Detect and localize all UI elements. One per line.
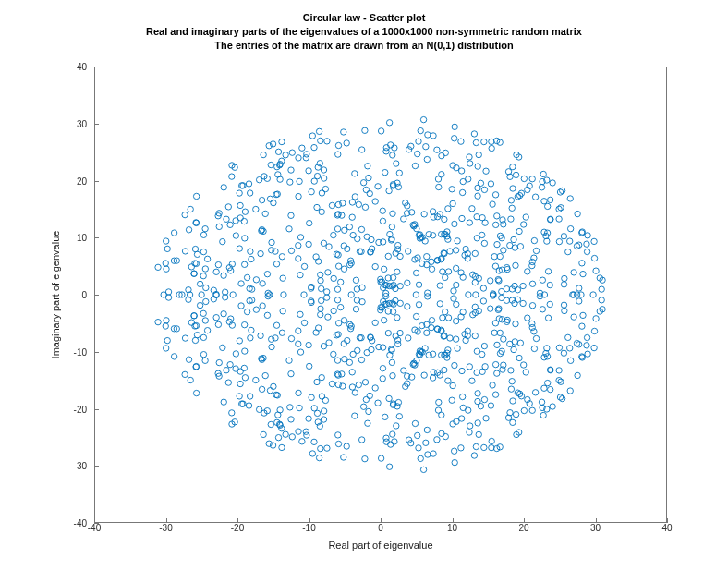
x-tick-label: 0 xyxy=(378,523,383,533)
data-point xyxy=(529,176,535,182)
data-point xyxy=(202,266,208,272)
data-point xyxy=(215,321,221,327)
data-point xyxy=(508,368,514,373)
data-point xyxy=(325,314,331,320)
data-point xyxy=(520,283,526,288)
data-point xyxy=(301,263,307,269)
data-point xyxy=(405,280,410,285)
data-point xyxy=(443,433,448,439)
data-point xyxy=(489,444,494,450)
y-tick-label: 40 xyxy=(77,62,87,72)
data-point xyxy=(531,237,537,243)
data-point xyxy=(309,133,315,139)
data-point xyxy=(469,206,475,212)
data-point xyxy=(473,443,479,449)
data-point xyxy=(481,187,487,192)
data-point xyxy=(269,344,274,349)
chart-subtitle-2: The entries of the matrix are drawn from… xyxy=(0,39,728,53)
data-point xyxy=(473,292,479,297)
data-point xyxy=(443,309,448,314)
data-point xyxy=(188,206,193,212)
data-point xyxy=(590,292,596,297)
x-tick-label: -40 xyxy=(88,523,101,533)
data-point xyxy=(249,327,254,333)
data-point xyxy=(311,439,317,444)
data-point xyxy=(269,248,274,253)
data-point xyxy=(350,232,356,237)
data-point xyxy=(306,168,311,174)
data-point xyxy=(364,349,370,355)
data-point xyxy=(216,359,222,365)
data-point xyxy=(331,351,336,357)
data-point xyxy=(200,249,206,254)
data-point xyxy=(397,330,403,335)
data-point xyxy=(309,394,314,400)
data-point xyxy=(248,249,253,254)
data-point xyxy=(558,205,564,211)
data-point xyxy=(203,285,209,290)
data-point xyxy=(567,358,573,363)
data-point xyxy=(193,193,199,199)
data-point xyxy=(326,340,332,346)
data-point xyxy=(396,414,402,419)
data-point xyxy=(280,275,285,281)
data-point xyxy=(513,411,518,417)
data-point xyxy=(221,273,226,278)
data-point xyxy=(227,222,233,227)
data-point xyxy=(297,178,302,184)
data-point xyxy=(297,349,303,355)
data-point xyxy=(445,315,451,321)
data-point xyxy=(237,202,243,208)
data-point xyxy=(238,303,244,309)
data-point xyxy=(548,197,553,202)
data-point xyxy=(394,269,400,274)
data-point xyxy=(521,222,527,227)
data-point xyxy=(360,404,366,409)
data-point xyxy=(311,178,317,184)
data-point xyxy=(529,281,535,286)
data-point xyxy=(363,396,369,402)
data-point xyxy=(562,308,567,313)
data-point xyxy=(200,334,206,340)
data-point xyxy=(492,222,498,227)
data-point xyxy=(540,412,546,418)
data-point xyxy=(571,314,576,320)
data-point xyxy=(321,417,326,422)
data-point xyxy=(363,187,369,192)
x-tick-mark xyxy=(524,518,525,523)
x-tick-label: -20 xyxy=(231,523,244,533)
data-point xyxy=(335,263,341,269)
data-point xyxy=(246,181,251,187)
data-point xyxy=(319,209,324,214)
data-point xyxy=(358,226,364,232)
data-point xyxy=(318,285,323,291)
data-point xyxy=(510,164,516,169)
chart-title: Circular law - Scatter plot xyxy=(0,11,728,25)
data-point xyxy=(331,232,336,237)
data-point xyxy=(545,269,551,274)
data-point xyxy=(424,156,430,162)
data-point xyxy=(423,440,429,445)
data-point xyxy=(449,397,455,403)
data-point xyxy=(540,171,546,176)
data-point xyxy=(258,333,263,338)
data-point xyxy=(451,136,456,141)
data-point xyxy=(322,186,328,191)
data-point xyxy=(556,238,562,244)
data-point xyxy=(576,342,581,347)
data-point xyxy=(372,320,378,325)
data-point xyxy=(475,398,480,404)
data-point xyxy=(233,233,238,238)
title-block: Circular law - Scatter plot Real and ima… xyxy=(0,11,728,53)
data-point xyxy=(229,174,235,179)
data-point xyxy=(324,295,330,300)
data-point xyxy=(565,334,571,340)
data-point xyxy=(372,199,378,204)
data-point xyxy=(513,262,518,268)
data-point xyxy=(182,249,188,254)
data-point xyxy=(479,232,485,237)
data-point xyxy=(504,286,509,292)
data-point xyxy=(547,282,552,287)
data-point xyxy=(306,342,311,347)
data-point xyxy=(194,332,200,337)
